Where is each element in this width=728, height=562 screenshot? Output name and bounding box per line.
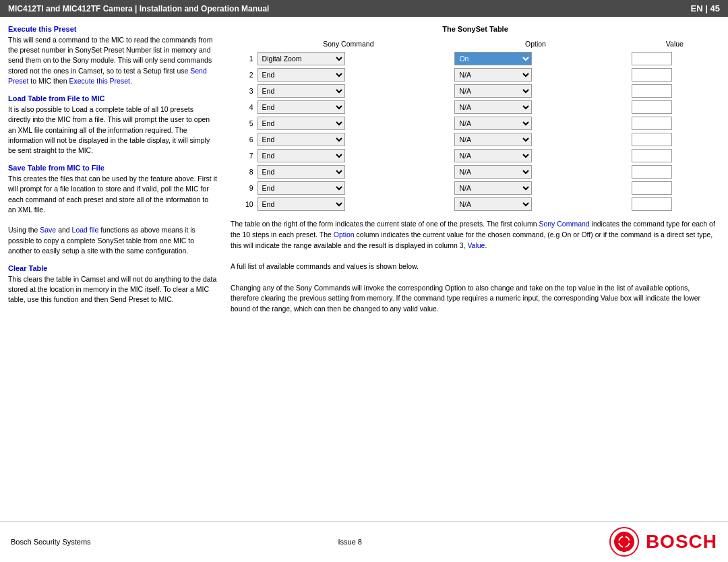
command-select[interactable]: End [257,84,345,98]
command-cell[interactable]: End [255,164,442,180]
command-cell[interactable]: End [255,180,442,196]
sony-command-ref: Sony Command [539,220,589,228]
spacer [442,115,452,131]
command-select[interactable]: End [257,149,345,162]
command-select[interactable]: Digital Zoom [257,52,345,65]
option-select[interactable]: N/A [454,197,532,211]
option-cell[interactable]: N/A [452,83,618,99]
header-bar: MIC412TI and MIC412TF Camera | Installat… [0,0,728,17]
spacer2 [618,164,629,180]
spacer2 [618,131,629,148]
value-input[interactable] [632,68,672,82]
command-cell[interactable]: Digital Zoom [255,51,442,67]
clear-table-heading[interactable]: Clear Table [8,264,217,272]
option-select[interactable]: N/A [454,133,532,146]
option-cell[interactable]: N/A [452,131,618,148]
value-input[interactable] [632,149,672,162]
value-input[interactable] [632,181,672,195]
option-select[interactable]: N/A [454,68,532,82]
save-link[interactable]: Save [40,226,56,234]
command-cell[interactable]: End [255,148,442,164]
desc-para3: Changing any of the Sony Commands will i… [231,283,720,315]
option-cell[interactable]: N/A [452,99,618,115]
section-save-table: Save Table from MIC to File This creates… [8,164,217,256]
option-cell[interactable]: N/A [452,115,618,131]
command-select[interactable]: End [257,117,345,130]
table-row: 9EndN/A [231,180,720,196]
save-table-text: This creates the files that can be used … [8,174,217,256]
option-cell[interactable]: N/A [452,148,618,164]
col-header-num [231,38,255,51]
option-cell[interactable]: N/A [452,196,618,212]
option-select[interactable]: N/A [454,100,532,114]
right-column: The SonySet Table Sony Command Option Va… [231,25,720,315]
execute-preset-heading[interactable]: Execute this Preset [8,25,217,33]
value-cell[interactable] [630,99,720,115]
execute-preset-link[interactable]: Execute this Preset [69,77,129,85]
footer-issue: Issue 8 [338,538,362,546]
option-select[interactable]: N/A [454,84,532,98]
option-cell[interactable]: N/A [452,164,618,180]
row-number: 4 [231,99,255,115]
value-cell[interactable] [630,83,720,99]
command-cell[interactable]: End [255,99,442,115]
save-table-heading[interactable]: Save Table from MIC to File [8,164,217,172]
col-header-command: Sony Command [255,38,442,51]
load-file-link[interactable]: Load file [72,226,99,234]
spacer2 [618,51,629,67]
command-cell[interactable]: End [255,196,442,212]
value-cell[interactable] [630,131,720,148]
table-row: 10EndN/A [231,196,720,212]
row-number: 3 [231,83,255,99]
table-row: 8EndN/A [231,164,720,180]
value-cell[interactable] [630,51,720,67]
command-cell[interactable]: End [255,83,442,99]
value-cell[interactable] [630,115,720,131]
command-select[interactable]: End [257,197,345,211]
option-cell[interactable]: N/A [452,67,618,83]
option-select[interactable]: On [454,52,532,65]
option-cell[interactable]: On [452,51,618,67]
value-input[interactable] [632,100,672,114]
value-input[interactable] [632,133,672,146]
value-cell[interactable] [630,180,720,196]
command-select[interactable]: End [257,133,345,146]
spacer [442,164,452,180]
bosch-brand-text: BOSCH [646,531,717,553]
table-row: 3EndN/A [231,83,720,99]
command-cell[interactable]: End [255,67,442,83]
value-cell[interactable] [630,148,720,164]
value-input[interactable] [632,117,672,130]
page-number: EN | 45 [691,3,720,13]
option-select[interactable]: N/A [454,165,532,179]
value-cell[interactable] [630,67,720,83]
option-select[interactable]: N/A [454,117,532,130]
command-select[interactable]: End [257,165,345,179]
spacer2 [618,67,629,83]
value-input[interactable] [632,197,672,211]
spacer2 [618,180,629,196]
value-cell[interactable] [630,164,720,180]
svg-rect-3 [623,532,626,537]
desc-para2: A full list of available commands and va… [231,261,720,272]
sony-table: Sony Command Option Value 1Digital ZoomO… [231,38,720,212]
command-cell[interactable]: End [255,115,442,131]
command-select[interactable]: End [257,181,345,195]
table-row: 5EndN/A [231,115,720,131]
command-select[interactable]: End [257,100,345,114]
value-input[interactable] [632,165,672,179]
header-title: MIC412TI and MIC412TF Camera | Installat… [8,4,269,13]
section-execute-preset: Execute this Preset This will send a com… [8,25,217,86]
value-cell[interactable] [630,196,720,212]
command-select[interactable]: End [257,68,345,82]
spacer [442,148,452,164]
value-input[interactable] [632,84,672,98]
svg-rect-4 [623,547,626,552]
option-cell[interactable]: N/A [452,180,618,196]
option-select[interactable]: N/A [454,149,532,162]
command-cell[interactable]: End [255,131,442,148]
load-table-heading[interactable]: Load Table from File to MIC [8,94,217,102]
spacer [442,67,452,83]
option-select[interactable]: N/A [454,181,532,195]
value-input[interactable] [632,52,672,65]
